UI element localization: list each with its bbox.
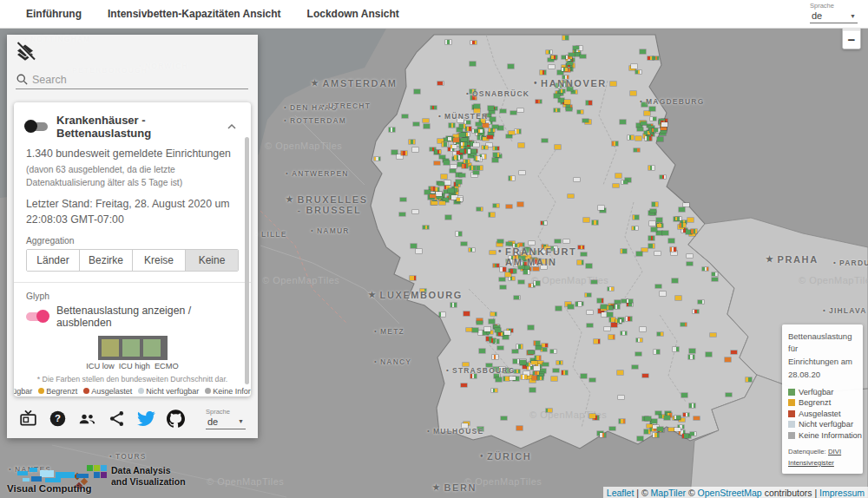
hospital-glyph[interactable] bbox=[630, 91, 636, 95]
hospital-glyph[interactable] bbox=[690, 432, 696, 436]
hospital-glyph[interactable] bbox=[618, 396, 624, 400]
twitter-icon[interactable] bbox=[137, 410, 155, 428]
divi-link[interactable]: DIVI bbox=[828, 448, 841, 455]
hospital-glyph[interactable] bbox=[607, 306, 613, 311]
hospital-glyph[interactable] bbox=[648, 56, 654, 61]
hospital-glyph[interactable] bbox=[536, 345, 542, 350]
hospital-glyph[interactable] bbox=[488, 106, 494, 110]
hospital-glyph[interactable] bbox=[473, 143, 479, 147]
hospital-glyph[interactable] bbox=[712, 272, 718, 277]
hospital-glyph[interactable] bbox=[587, 324, 593, 328]
hospital-glyph[interactable] bbox=[450, 145, 457, 149]
glyph-visibility-toggle[interactable] bbox=[26, 312, 48, 321]
hospital-glyph[interactable] bbox=[621, 180, 628, 185]
hospital-glyph[interactable] bbox=[533, 267, 539, 272]
hospital-glyph[interactable] bbox=[461, 138, 467, 142]
hospital-glyph[interactable] bbox=[573, 46, 579, 50]
hospital-glyph[interactable] bbox=[551, 56, 557, 60]
hospital-glyph[interactable] bbox=[633, 215, 639, 220]
hospital-glyph[interactable] bbox=[566, 108, 572, 112]
hospital-glyph[interactable] bbox=[674, 428, 681, 432]
hospital-glyph[interactable] bbox=[650, 209, 656, 213]
visual-computing-logo[interactable]: Visual Computing bbox=[5, 466, 170, 495]
hospital-glyph[interactable] bbox=[641, 121, 647, 126]
hospital-glyph[interactable] bbox=[523, 270, 529, 274]
hospital-glyph[interactable] bbox=[464, 160, 470, 164]
hospital-glyph[interactable] bbox=[689, 403, 695, 408]
hospital-glyph[interactable] bbox=[493, 204, 499, 208]
hospital-glyph[interactable] bbox=[483, 123, 489, 128]
hospital-glyph[interactable] bbox=[600, 433, 606, 437]
hospital-glyph[interactable] bbox=[391, 150, 398, 154]
hospital-glyph[interactable] bbox=[640, 49, 646, 54]
hospital-glyph[interactable] bbox=[374, 157, 380, 161]
hospital-glyph[interactable] bbox=[456, 232, 462, 236]
hospital-glyph[interactable] bbox=[651, 227, 657, 232]
hospital-glyph[interactable] bbox=[506, 134, 512, 139]
hospital-glyph[interactable] bbox=[399, 213, 405, 217]
hospital-glyph[interactable] bbox=[459, 133, 465, 137]
hospital-glyph[interactable] bbox=[568, 305, 574, 309]
hospital-glyph[interactable] bbox=[482, 146, 488, 150]
hospital-glyph[interactable] bbox=[505, 272, 511, 277]
hospital-glyph[interactable] bbox=[474, 156, 480, 161]
hospital-glyph[interactable] bbox=[520, 360, 526, 364]
hospital-glyph[interactable] bbox=[536, 100, 542, 104]
hospital-glyph[interactable] bbox=[589, 414, 595, 418]
hospital-glyph[interactable] bbox=[657, 224, 663, 228]
hospital-glyph[interactable] bbox=[694, 416, 700, 421]
hospital-glyph[interactable] bbox=[517, 202, 523, 206]
hospital-glyph[interactable] bbox=[682, 434, 688, 438]
layers-off-icon[interactable] bbox=[15, 42, 36, 62]
hospital-glyph[interactable] bbox=[628, 135, 634, 140]
hospital-glyph[interactable] bbox=[648, 244, 654, 248]
hospital-glyph[interactable] bbox=[574, 178, 580, 182]
hospital-glyph[interactable] bbox=[586, 264, 592, 268]
hospital-glyph[interactable] bbox=[680, 223, 686, 227]
hospital-glyph[interactable] bbox=[689, 349, 695, 353]
panel-language-dropdown[interactable]: de ▼ bbox=[206, 416, 246, 429]
nav-item-intensivbetten[interactable]: Intensivbetten-Kapazitäten Ansicht bbox=[108, 8, 281, 20]
hospital-glyph[interactable] bbox=[439, 201, 445, 206]
aggregation-option-kreise[interactable]: Kreise bbox=[132, 250, 185, 271]
hospital-glyph[interactable] bbox=[492, 355, 498, 359]
hospital-glyph[interactable] bbox=[702, 267, 708, 272]
hospital-glyph[interactable] bbox=[478, 129, 484, 134]
hospital-glyph[interactable] bbox=[546, 50, 552, 55]
hospital-glyph[interactable] bbox=[477, 207, 483, 212]
hospital-glyph[interactable] bbox=[506, 205, 512, 209]
hospital-glyph[interactable] bbox=[439, 312, 445, 317]
hospital-glyph[interactable] bbox=[683, 203, 689, 207]
hospital-glyph[interactable] bbox=[555, 145, 561, 149]
hospital-glyph[interactable] bbox=[537, 377, 543, 381]
hospital-glyph[interactable] bbox=[461, 383, 467, 388]
hospital-glyph[interactable] bbox=[461, 242, 467, 246]
hospital-glyph[interactable] bbox=[445, 40, 451, 44]
hospital-glyph[interactable] bbox=[521, 375, 527, 379]
hospital-glyph[interactable] bbox=[673, 347, 679, 351]
hospital-glyph[interactable] bbox=[675, 217, 681, 221]
hospital-glyph[interactable] bbox=[436, 192, 442, 196]
hospital-glyph[interactable] bbox=[501, 416, 507, 421]
search-input[interactable] bbox=[32, 74, 232, 86]
hospital-glyph[interactable] bbox=[562, 370, 568, 375]
hospital-glyph[interactable] bbox=[493, 147, 499, 151]
hospital-glyph[interactable] bbox=[655, 285, 661, 289]
hospital-glyph[interactable] bbox=[650, 117, 656, 121]
hospital-glyph[interactable] bbox=[540, 70, 546, 75]
hospital-glyph[interactable] bbox=[688, 355, 694, 359]
hospital-glyph[interactable] bbox=[534, 281, 540, 285]
hospital-glyph[interactable] bbox=[621, 331, 627, 336]
hospital-glyph[interactable] bbox=[516, 344, 523, 349]
hospital-glyph[interactable] bbox=[725, 357, 731, 362]
hospital-glyph[interactable] bbox=[617, 370, 623, 375]
hospital-glyph[interactable] bbox=[529, 241, 535, 246]
hospital-glyph[interactable] bbox=[500, 109, 506, 114]
hospital-glyph[interactable] bbox=[414, 89, 420, 94]
hospital-glyph[interactable] bbox=[662, 231, 668, 235]
hospital-glyph[interactable] bbox=[541, 348, 547, 352]
hospital-glyph[interactable] bbox=[661, 127, 667, 131]
card-scrollbar[interactable] bbox=[245, 137, 249, 384]
hospital-glyph[interactable] bbox=[423, 226, 429, 230]
hospital-glyph[interactable] bbox=[615, 319, 621, 324]
